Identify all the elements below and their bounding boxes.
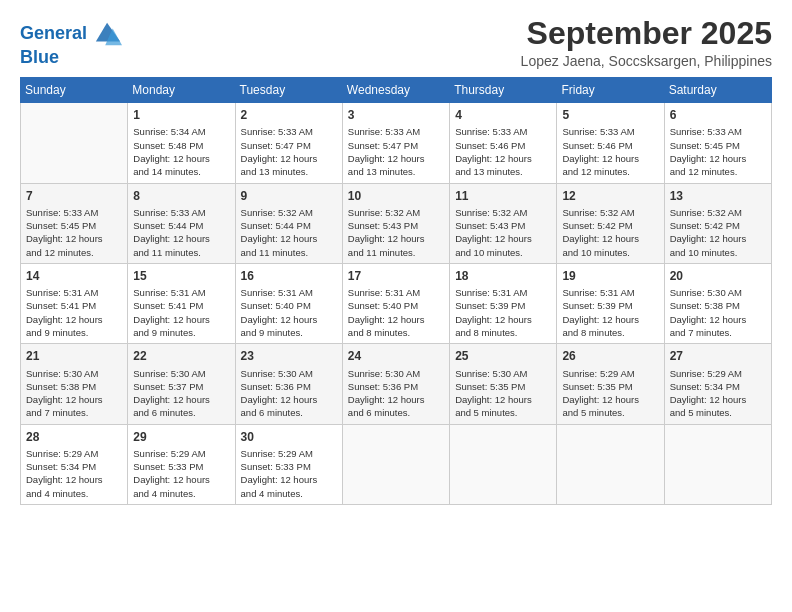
table-cell: 17Sunrise: 5:31 AMSunset: 5:40 PMDayligh… — [342, 263, 449, 343]
table-cell: 5Sunrise: 5:33 AMSunset: 5:46 PMDaylight… — [557, 103, 664, 183]
day-number: 10 — [348, 188, 444, 204]
table-cell: 22Sunrise: 5:30 AMSunset: 5:37 PMDayligh… — [128, 344, 235, 424]
cell-content: Sunrise: 5:32 AMSunset: 5:43 PMDaylight:… — [348, 206, 444, 259]
cell-content: Sunrise: 5:31 AMSunset: 5:40 PMDaylight:… — [241, 286, 337, 339]
day-number: 7 — [26, 188, 122, 204]
cell-content: Sunrise: 5:33 AMSunset: 5:47 PMDaylight:… — [348, 125, 444, 178]
col-saturday: Saturday — [664, 78, 771, 103]
table-cell — [664, 424, 771, 504]
day-number: 17 — [348, 268, 444, 284]
cell-content: Sunrise: 5:32 AMSunset: 5:42 PMDaylight:… — [562, 206, 658, 259]
cell-content: Sunrise: 5:30 AMSunset: 5:36 PMDaylight:… — [241, 367, 337, 420]
day-number: 16 — [241, 268, 337, 284]
table-cell: 29Sunrise: 5:29 AMSunset: 5:33 PMDayligh… — [128, 424, 235, 504]
cell-content: Sunrise: 5:29 AMSunset: 5:34 PMDaylight:… — [670, 367, 766, 420]
cell-content: Sunrise: 5:31 AMSunset: 5:39 PMDaylight:… — [455, 286, 551, 339]
cell-content: Sunrise: 5:33 AMSunset: 5:45 PMDaylight:… — [670, 125, 766, 178]
calendar-week-row: 1Sunrise: 5:34 AMSunset: 5:48 PMDaylight… — [21, 103, 772, 183]
table-cell — [557, 424, 664, 504]
table-cell: 24Sunrise: 5:30 AMSunset: 5:36 PMDayligh… — [342, 344, 449, 424]
table-cell: 18Sunrise: 5:31 AMSunset: 5:39 PMDayligh… — [450, 263, 557, 343]
table-cell: 3Sunrise: 5:33 AMSunset: 5:47 PMDaylight… — [342, 103, 449, 183]
table-cell: 14Sunrise: 5:31 AMSunset: 5:41 PMDayligh… — [21, 263, 128, 343]
day-number: 20 — [670, 268, 766, 284]
table-cell: 27Sunrise: 5:29 AMSunset: 5:34 PMDayligh… — [664, 344, 771, 424]
col-monday: Monday — [128, 78, 235, 103]
logo-blue: Blue — [20, 48, 122, 68]
table-cell: 2Sunrise: 5:33 AMSunset: 5:47 PMDaylight… — [235, 103, 342, 183]
day-number: 3 — [348, 107, 444, 123]
cell-content: Sunrise: 5:33 AMSunset: 5:45 PMDaylight:… — [26, 206, 122, 259]
day-number: 5 — [562, 107, 658, 123]
day-number: 13 — [670, 188, 766, 204]
table-cell: 7Sunrise: 5:33 AMSunset: 5:45 PMDaylight… — [21, 183, 128, 263]
logo-icon — [94, 20, 122, 48]
cell-content: Sunrise: 5:29 AMSunset: 5:33 PMDaylight:… — [133, 447, 229, 500]
month-title: September 2025 — [521, 16, 772, 51]
col-tuesday: Tuesday — [235, 78, 342, 103]
calendar-header-row: Sunday Monday Tuesday Wednesday Thursday… — [21, 78, 772, 103]
table-cell: 23Sunrise: 5:30 AMSunset: 5:36 PMDayligh… — [235, 344, 342, 424]
day-number: 27 — [670, 348, 766, 364]
table-cell: 12Sunrise: 5:32 AMSunset: 5:42 PMDayligh… — [557, 183, 664, 263]
calendar-week-row: 28Sunrise: 5:29 AMSunset: 5:34 PMDayligh… — [21, 424, 772, 504]
day-number: 15 — [133, 268, 229, 284]
day-number: 9 — [241, 188, 337, 204]
day-number: 28 — [26, 429, 122, 445]
col-sunday: Sunday — [21, 78, 128, 103]
cell-content: Sunrise: 5:30 AMSunset: 5:36 PMDaylight:… — [348, 367, 444, 420]
day-number: 12 — [562, 188, 658, 204]
day-number: 29 — [133, 429, 229, 445]
day-number: 18 — [455, 268, 551, 284]
cell-content: Sunrise: 5:32 AMSunset: 5:42 PMDaylight:… — [670, 206, 766, 259]
day-number: 8 — [133, 188, 229, 204]
cell-content: Sunrise: 5:33 AMSunset: 5:47 PMDaylight:… — [241, 125, 337, 178]
cell-content: Sunrise: 5:34 AMSunset: 5:48 PMDaylight:… — [133, 125, 229, 178]
day-number: 26 — [562, 348, 658, 364]
cell-content: Sunrise: 5:30 AMSunset: 5:37 PMDaylight:… — [133, 367, 229, 420]
calendar-week-row: 21Sunrise: 5:30 AMSunset: 5:38 PMDayligh… — [21, 344, 772, 424]
day-number: 2 — [241, 107, 337, 123]
table-cell: 9Sunrise: 5:32 AMSunset: 5:44 PMDaylight… — [235, 183, 342, 263]
day-number: 24 — [348, 348, 444, 364]
location-subtitle: Lopez Jaena, Soccsksargen, Philippines — [521, 53, 772, 69]
cell-content: Sunrise: 5:30 AMSunset: 5:38 PMDaylight:… — [670, 286, 766, 339]
cell-content: Sunrise: 5:33 AMSunset: 5:46 PMDaylight:… — [562, 125, 658, 178]
cell-content: Sunrise: 5:32 AMSunset: 5:43 PMDaylight:… — [455, 206, 551, 259]
table-cell — [342, 424, 449, 504]
table-cell: 4Sunrise: 5:33 AMSunset: 5:46 PMDaylight… — [450, 103, 557, 183]
cell-content: Sunrise: 5:29 AMSunset: 5:33 PMDaylight:… — [241, 447, 337, 500]
cell-content: Sunrise: 5:31 AMSunset: 5:39 PMDaylight:… — [562, 286, 658, 339]
cell-content: Sunrise: 5:31 AMSunset: 5:41 PMDaylight:… — [26, 286, 122, 339]
day-number: 11 — [455, 188, 551, 204]
table-cell: 13Sunrise: 5:32 AMSunset: 5:42 PMDayligh… — [664, 183, 771, 263]
day-number: 23 — [241, 348, 337, 364]
col-wednesday: Wednesday — [342, 78, 449, 103]
logo-line1: General — [20, 23, 87, 43]
day-number: 19 — [562, 268, 658, 284]
day-number: 30 — [241, 429, 337, 445]
day-number: 6 — [670, 107, 766, 123]
col-friday: Friday — [557, 78, 664, 103]
calendar-week-row: 14Sunrise: 5:31 AMSunset: 5:41 PMDayligh… — [21, 263, 772, 343]
logo-text: General — [20, 20, 122, 48]
table-cell: 30Sunrise: 5:29 AMSunset: 5:33 PMDayligh… — [235, 424, 342, 504]
cell-content: Sunrise: 5:33 AMSunset: 5:44 PMDaylight:… — [133, 206, 229, 259]
table-cell — [450, 424, 557, 504]
cell-content: Sunrise: 5:32 AMSunset: 5:44 PMDaylight:… — [241, 206, 337, 259]
table-cell: 15Sunrise: 5:31 AMSunset: 5:41 PMDayligh… — [128, 263, 235, 343]
table-cell — [21, 103, 128, 183]
table-cell: 10Sunrise: 5:32 AMSunset: 5:43 PMDayligh… — [342, 183, 449, 263]
calendar-table: Sunday Monday Tuesday Wednesday Thursday… — [20, 77, 772, 505]
table-cell: 28Sunrise: 5:29 AMSunset: 5:34 PMDayligh… — [21, 424, 128, 504]
cell-content: Sunrise: 5:31 AMSunset: 5:40 PMDaylight:… — [348, 286, 444, 339]
day-number: 22 — [133, 348, 229, 364]
table-cell: 16Sunrise: 5:31 AMSunset: 5:40 PMDayligh… — [235, 263, 342, 343]
table-cell: 20Sunrise: 5:30 AMSunset: 5:38 PMDayligh… — [664, 263, 771, 343]
page-header: General Blue September 2025 Lopez Jaena,… — [20, 16, 772, 69]
table-cell: 8Sunrise: 5:33 AMSunset: 5:44 PMDaylight… — [128, 183, 235, 263]
day-number: 25 — [455, 348, 551, 364]
cell-content: Sunrise: 5:30 AMSunset: 5:35 PMDaylight:… — [455, 367, 551, 420]
day-number: 21 — [26, 348, 122, 364]
table-cell: 19Sunrise: 5:31 AMSunset: 5:39 PMDayligh… — [557, 263, 664, 343]
